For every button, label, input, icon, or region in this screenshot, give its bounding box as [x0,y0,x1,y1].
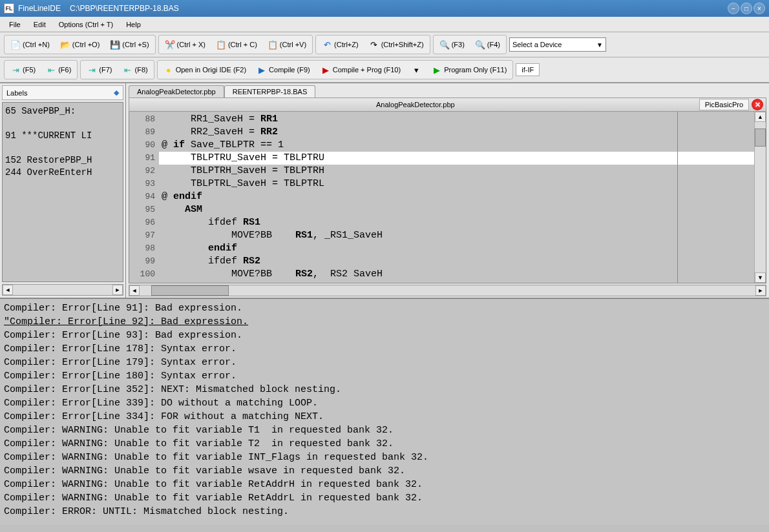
menu-edit[interactable]: Edit [27,19,52,30]
search-icon: 🔍 [439,39,450,50]
device-select[interactable]: Select a Device ▼ [509,37,606,52]
findnext-button[interactable]: 🔍(F4) [470,37,505,52]
output-line: Compiler: Error[Line 178]: Syntax error. [4,342,765,356]
file-tab[interactable]: AnalogPeakDetector.pbp [129,85,224,97]
code-line[interactable]: MOVE?BB RS1, _RS1_SaveH [159,229,754,242]
f8-button[interactable]: ⇤(F8) [118,62,153,77]
app-name: FineLineIDE [18,4,61,13]
code-line[interactable]: endif [159,242,754,255]
compile-prog-button[interactable]: ▶Compile + Prog (F10) [316,62,405,77]
scroll-left-icon[interactable]: ◄ [129,285,140,296]
scroll-right-icon[interactable]: ► [112,285,123,295]
line-number: 99 [131,255,155,268]
output-line: Compiler: Error[Line 91]: Bad expression… [4,302,765,315]
program-only-button[interactable]: ▶Program Only (F11) [427,62,511,77]
folder-open-icon: 📂 [60,39,70,50]
code-line[interactable]: @ endif [159,190,754,203]
compile-button[interactable]: ▶Compile (F9) [252,62,315,77]
sidebar: Labels ◆ 65 SavePBP_H: 91 ***CURRENT LI … [0,83,126,298]
list-item[interactable]: 65 SavePBP_H: [5,105,120,118]
paste-button[interactable]: 📋(Ctrl +V) [263,37,311,52]
output-line: Compiler: ERROR: UNTIL: Mismatched block… [4,505,765,518]
undo-label: (Ctrl+Z) [334,41,359,48]
list-item[interactable] [5,142,120,154]
chevron-down-icon: ▾ [411,65,421,75]
scroll-right-icon[interactable]: ► [755,285,766,296]
output-line: Compiler: Error[Line 339]: DO without a … [4,396,765,410]
menubar: File Edit Options (Ctrl + T) Help [0,17,769,32]
code-line[interactable]: TBLPTRH_SaveH = TBLPTRH [159,165,754,178]
document-title: AnalogPeakDetector.pbp [132,101,699,108]
list-item[interactable]: 152 RestorePBP_H [5,154,120,167]
sidebar-hscroll[interactable]: ◄ ► [2,284,123,296]
maximize-button[interactable]: □ [741,3,752,14]
code-line[interactable]: ASM [159,203,754,216]
outdent-f6-button[interactable]: ⇤(F6) [41,62,76,77]
scroll-thumb[interactable] [755,128,766,147]
open-button[interactable]: 📂(Ctrl +O) [56,37,104,52]
editor-hscroll[interactable]: ◄ ► [129,285,766,296]
line-number: 89 [131,126,155,139]
menu-file[interactable]: File [3,19,27,30]
scroll-down-icon[interactable]: ▼ [755,272,766,283]
code-line[interactable]: RR2_SaveH = RR2 [159,126,754,139]
code-line[interactable]: @ if Save_TBLPTR == 1 [159,139,754,152]
undo-button[interactable]: ↶(Ctrl+Z) [317,37,363,52]
output-line: Compiler: WARNING: Unable to fit variabl… [4,464,765,478]
indent-f5-button[interactable]: ⇥(F5) [6,62,40,77]
find-button[interactable]: 🔍(F3) [435,37,469,52]
code-line[interactable]: ifdef RS1 [159,216,754,229]
line-number: 95 [131,203,155,216]
close-document-button[interactable]: ✕ [752,99,763,110]
indent-icon: ⇥ [10,65,21,75]
new-button[interactable]: 📄(Ctrl +N) [6,37,54,52]
code-line[interactable]: TBLPTRU_SaveH = TBLPTRU [159,152,754,165]
scroll-up-icon[interactable]: ▲ [755,112,766,122]
save-icon: 💾 [110,39,120,50]
scroll-thumb[interactable] [151,285,229,296]
play-blue-icon: ▶ [257,65,267,75]
code-line[interactable]: ifdef RS2 [159,255,754,268]
code-line[interactable]: MOVE?BB RS2, RS2 SaveH [159,268,754,281]
menu-help[interactable]: Help [120,19,147,30]
code-line[interactable]: RR1_SaveH = RR1 [159,113,754,126]
titlebar: FL FineLineIDE C:\PBP\REENTERPBP-18.BAS … [0,0,769,17]
f5-label: (F5) [23,66,36,74]
close-button[interactable]: × [753,3,765,14]
line-number: 92 [131,165,155,178]
dropdown-arrow-button[interactable]: ▾ [406,62,426,77]
language-badge: PicBasicPro [699,99,749,110]
editor-vscroll[interactable]: ▲ ▼ [754,112,766,283]
new-file-icon: 📄 [10,39,21,50]
cut-button[interactable]: ✂️(Ctrl + X) [160,37,210,52]
main-area: Labels ◆ 65 SavePBP_H: 91 ***CURRENT LI … [0,83,769,298]
code-content[interactable]: RR1_SaveH = RR1 RR2_SaveH = RR2@ if Save… [159,112,754,283]
code-line[interactable]: TBLPTRL_SaveH = TBLPTRL [159,178,754,190]
file-tab[interactable]: REENTERPBP-18.BAS [224,85,316,97]
save-label: (Ctrl +S) [122,41,149,48]
paste-label: (Ctrl +V) [280,41,306,48]
f8-label: (F8) [135,66,148,74]
toolbar-row-2: ⇥(F5) ⇤(F6) ⇥(F7) ⇤(F8) ●Open in Origi I… [0,57,769,83]
line-number: 91 [131,152,155,165]
minimize-button[interactable]: − [728,3,739,14]
labels-list[interactable]: 65 SavePBP_H: 91 ***CURRENT LI 152 Resto… [2,102,123,282]
sidebar-labels-dropdown[interactable]: Labels ◆ [2,85,123,100]
compile-label: Compile (F9) [269,66,310,74]
redo-button[interactable]: ↷(Ctrl+Shift+Z) [364,37,428,52]
menu-options[interactable]: Options (Ctrl + T) [52,19,120,30]
compiler-output[interactable]: Compiler: Error[Line 91]: Bad expression… [0,298,769,525]
list-item[interactable]: 244 OverReEnterH [5,167,120,179]
list-item[interactable]: 91 ***CURRENT LI [5,130,120,142]
line-number: 94 [131,190,155,203]
copy-label: (Ctrl + C) [228,41,257,48]
f7-button[interactable]: ⇥(F7) [82,62,116,77]
open-origi-button[interactable]: ●Open in Origi IDE (F2) [159,62,251,77]
code-editor[interactable]: 888990919293949596979899100 RR1_SaveH = … [129,112,766,283]
output-line: Compiler: WARNING: Unable to fit variabl… [4,491,765,505]
save-button[interactable]: 💾(Ctrl +S) [105,37,153,52]
copy-button[interactable]: 📋(Ctrl + C) [211,37,262,52]
circle-yellow-icon: ● [163,65,174,75]
scroll-left-icon[interactable]: ◄ [3,285,13,295]
list-item[interactable] [5,118,120,130]
